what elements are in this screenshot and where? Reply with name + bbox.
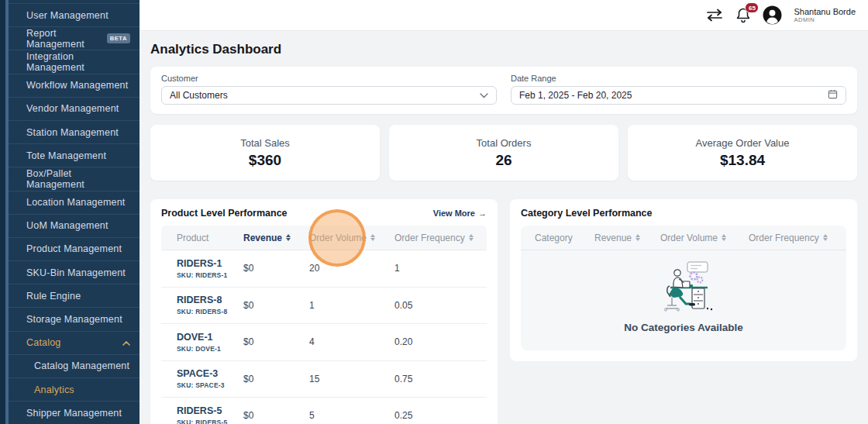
customer-select-value: All Customers — [170, 90, 228, 101]
sidebar-item-user-management[interactable]: User Management — [9, 4, 140, 27]
category-performance-panel: Category Level Performance Category Reve… — [510, 199, 857, 361]
sidebar-item-catalog-management[interactable]: Catalog Management — [9, 355, 140, 378]
column-header-order-volume[interactable]: Order Volume — [660, 233, 749, 243]
notifications-bell-icon[interactable]: 65 — [735, 7, 751, 23]
column-header-order-frequency[interactable]: Order Frequency — [749, 233, 846, 243]
user-role: ADMIN — [794, 17, 856, 24]
sidebar-item-product-management[interactable]: Product Management — [9, 238, 140, 261]
product-panel-title: Product Level Performance — [161, 208, 288, 219]
date-range-label: Date Range — [511, 74, 846, 83]
date-range-field: Date Range Feb 1, 2025 - Feb 20, 2025 — [511, 74, 846, 105]
date-range-input[interactable]: Feb 1, 2025 - Feb 20, 2025 — [511, 86, 846, 105]
topbar: 65 Shantanu Borde ADMIN — [140, 0, 868, 31]
sidebar-item-analytics[interactable]: Analytics — [9, 378, 140, 402]
sidebar-item-storage-management[interactable]: Storage Management — [9, 308, 140, 331]
column-header-revenue[interactable]: Revenue — [243, 233, 309, 243]
page-title: Analytics Dashboard — [150, 42, 857, 57]
average-order-value-value: $13.84 — [720, 152, 765, 169]
column-header-order-volume[interactable]: Order Volume — [309, 233, 394, 243]
total-orders-card: Total Orders 26 — [389, 125, 618, 181]
sort-icon[interactable] — [823, 234, 828, 241]
sort-icon[interactable] — [636, 234, 640, 241]
sidebar-nav: User Management Report ManagementBETA In… — [9, 3, 140, 424]
sidebar-item-integration-management[interactable]: Integration Management — [9, 50, 140, 74]
sidebar-item-catalog[interactable]: Catalog — [9, 332, 140, 355]
sort-icon[interactable] — [469, 234, 474, 241]
column-header-order-frequency[interactable]: Order Frequency — [394, 233, 487, 243]
chevron-down-icon — [480, 90, 488, 101]
total-orders-label: Total Orders — [477, 137, 532, 149]
category-table-header: Category Revenue Order Volume Order Freq… — [521, 226, 846, 250]
table-row[interactable]: RIDERS-8SKU: RIDERS-8 $0 1 0.05 — [161, 288, 487, 325]
sidebar-edge-strip — [0, 0, 5, 424]
user-name: Shantanu Borde — [794, 7, 856, 17]
column-header-category[interactable]: Category — [521, 233, 594, 243]
sidebar-item-report-management[interactable]: Report ManagementBETA — [9, 27, 140, 50]
customer-label: Customer — [161, 74, 497, 83]
sidebar-item-uom-management[interactable]: UoM Management — [9, 215, 140, 238]
total-sales-label: Total Sales — [240, 137, 290, 149]
category-panel-title: Category Level Performance — [521, 208, 653, 219]
sidebar-item-box-pallet-management[interactable]: Box/Pallet Management — [9, 167, 140, 191]
notification-count-badge: 65 — [745, 2, 759, 13]
sidebar-item-sku-bin-management[interactable]: SKU-Bin Management — [9, 261, 140, 284]
sidebar-item-tote-management[interactable]: Tote Management — [9, 144, 140, 167]
stat-cards: Total Sales $360 Total Orders 26 Average… — [150, 125, 857, 181]
sidebar-item-rule-engine[interactable]: Rule Engine — [9, 284, 140, 308]
performance-panels: Product Level Performance View More → Pr… — [150, 199, 857, 424]
avatar[interactable] — [763, 5, 782, 25]
total-sales-value: $360 — [249, 152, 281, 169]
chevron-up-icon — [122, 337, 130, 348]
no-categories-message: No Categories Available — [624, 322, 743, 333]
customer-field: Customer All Customers — [161, 74, 497, 105]
column-header-revenue[interactable]: Revenue — [594, 233, 660, 243]
product-performance-panel: Product Level Performance View More → Pr… — [150, 199, 498, 424]
sidebar-item-location-management[interactable]: Location Management — [9, 191, 140, 215]
user-info: Shantanu Borde ADMIN — [794, 7, 856, 23]
sidebar: User Management Report ManagementBETA In… — [0, 0, 140, 424]
table-row[interactable]: SPACE-3SKU: SPACE-3 $0 15 0.75 — [161, 361, 487, 398]
average-order-value-card: Average Order Value $13.84 — [628, 125, 857, 181]
sort-icon[interactable] — [370, 234, 375, 241]
table-row[interactable]: RIDERS-5SKU: RIDERS-5 $0 5 0.25 — [161, 398, 487, 424]
category-table: Category Revenue Order Volume Order Freq… — [521, 226, 846, 350]
main-content: Analytics Dashboard Customer All Custome… — [140, 31, 868, 424]
date-range-value: Feb 1, 2025 - Feb 20, 2025 — [519, 90, 632, 101]
table-row[interactable]: RIDERS-1SKU: RIDERS-1 $0 20 1 — [161, 250, 487, 288]
empty-state-illustration — [653, 260, 714, 315]
beta-badge: BETA — [107, 33, 130, 43]
sort-icon[interactable] — [286, 234, 291, 241]
sidebar-item-vendor-management[interactable]: Vendor Management — [9, 98, 140, 121]
sidebar-item-shipper-management[interactable]: Shipper Management — [9, 402, 140, 424]
average-order-value-label: Average Order Value — [696, 137, 790, 149]
arrow-right-icon: → — [478, 209, 487, 218]
total-sales-card: Total Sales $360 — [150, 125, 380, 181]
transfer-arrows-icon[interactable] — [705, 9, 724, 22]
sort-icon[interactable] — [722, 234, 726, 241]
customer-select[interactable]: All Customers — [161, 86, 497, 105]
filters-card: Customer All Customers Date Range Feb 1,… — [150, 67, 857, 114]
sidebar-item-station-management[interactable]: Station Management — [9, 121, 140, 144]
table-row[interactable]: DOVE-1SKU: DOVE-1 $0 4 0.20 — [161, 324, 487, 361]
app-window: User Management Report ManagementBETA In… — [0, 0, 868, 424]
empty-state: No Categories Available — [521, 250, 846, 350]
sidebar-item-workflow-management[interactable]: Workflow Management — [9, 74, 140, 98]
column-header-product[interactable]: Product — [161, 233, 243, 243]
total-orders-value: 26 — [495, 152, 512, 169]
calendar-icon — [828, 89, 838, 102]
view-more-link[interactable]: View More → — [433, 209, 487, 218]
product-table-header: Product Revenue Order Volume Order Frequ… — [161, 226, 487, 250]
